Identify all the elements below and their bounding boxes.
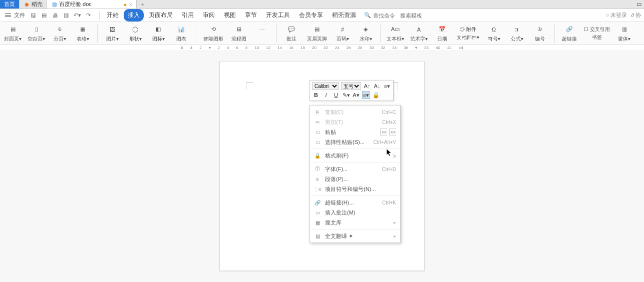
menu-tab-insert[interactable]: 插入 [124,9,144,22]
ribbon-comment[interactable]: 💬批注 [283,24,300,42]
login-status[interactable]: ○ 未登录 [606,12,627,19]
cover-icon: ▤ [8,24,19,34]
shape-icon: ◯ [130,24,141,34]
ribbon-crossref[interactable]: ☐ 交叉引用书签 [584,26,610,41]
submenu-arrow-icon: ▸ [394,234,396,238]
ruler-marker-icon[interactable]: ▾ [415,46,417,50]
tab-doc1[interactable]: ◉ 稻壳 [20,0,47,8]
ctx-hyperlink[interactable]: 🔗超链接(H)...Ctrl+K [310,198,400,208]
ribbon-blank[interactable]: ▯空白页▾ [28,24,45,42]
ribbon-headerfooter[interactable]: ▤页眉页脚 [306,24,328,42]
flowchart-icon: ⊞ [233,24,244,34]
tab-doc2[interactable]: ▧ 百度经验.doc ● × [47,0,137,8]
underline-button[interactable]: U [332,91,340,99]
ribbon-watermark[interactable]: ◈水印▾ [357,24,374,42]
ribbon-date[interactable]: 📅日期 [434,24,451,42]
paste-special-icon: ▭ [314,138,321,146]
ctx-translate[interactable]: ▤全文翻译 ✦▸ [310,231,400,241]
separator [310,196,400,196]
menu-tab-7[interactable]: 开发工具 [262,9,294,22]
grow-font-icon[interactable]: A↑ [363,82,371,90]
tab-home[interactable]: 首页 [0,0,20,8]
shrink-font-icon[interactable]: A↓ [373,82,381,90]
translate-icon: ▤ [314,232,321,240]
font-select[interactable]: Calibri [312,82,339,90]
hamburger-menu[interactable] [3,12,13,19]
ribbon-textbox[interactable]: A▭文本框▾ [387,24,404,42]
template-search-input[interactable] [400,12,440,18]
bold-button[interactable]: B [312,91,320,99]
menu-tab-2[interactable]: 页面布局 [145,9,177,22]
fontsize-select[interactable]: 五号 [341,82,361,90]
ribbon-table[interactable]: ▦表格▾ [74,24,91,42]
menu-tab-4[interactable]: 审阅 [199,9,219,22]
ribbon-attach[interactable]: ◎ 附件文档部件▾ [457,26,479,41]
ribbon-image[interactable]: 🖼图片▾ [104,24,121,42]
ruler[interactable]: 642 ▾ 24681012141618202224262830323436 ▾… [0,45,644,51]
ctx-format-painter[interactable]: 🔒格式刷(F)⇲ [310,150,400,160]
align-icon[interactable]: ≡▾ [362,91,370,99]
ribbon-icon[interactable]: ◧图标▾ [150,24,167,42]
file-icon[interactable]: ▤ [40,12,48,20]
ctx-paste-special[interactable]: ▭选择性粘贴(S)...Ctrl+Alt+V [310,137,400,147]
undo-icon[interactable]: ↶▾ [73,12,81,20]
context-menu: ⎘复制(C)Ctrl+C ✂剪切(T)Ctrl+X ▭粘贴▭▭ ▭选择性粘贴(S… [309,105,401,243]
new-tab-button[interactable]: + [137,0,149,8]
menu-tab-8[interactable]: 会员专享 [295,9,327,22]
ruler-marker-icon[interactable]: ▾ [209,46,211,50]
italic-button[interactable]: I [322,91,330,99]
redo-icon[interactable]: ↷ [84,12,92,20]
fontcolor-icon[interactable]: A▾ [352,91,360,99]
titlebar-extra[interactable]: ▭ [634,0,644,8]
collab-button[interactable]: ∂ 协 [631,12,641,19]
highlight-icon[interactable]: ✎▾ [342,91,350,99]
preview-icon[interactable]: ▥ [62,12,70,20]
save-icon[interactable]: 🖫 [29,12,37,20]
lock-icon[interactable]: 🔒 [372,91,380,99]
ribbon: ▤封面页▾ ▯空白页▾ ⤋分页▾ ▦表格▾ 🖼图片▾ ◯形状▾ ◧图标▾ 📊图表… [0,22,644,45]
ribbon-hyperlink[interactable]: 🔗超链接 [561,24,578,42]
ribbon-pagenum[interactable]: #页码▾ [334,24,351,42]
ribbon-cover[interactable]: ▤封面页▾ [4,24,22,42]
form-icon: ▥ [619,24,630,34]
ribbon-wordart[interactable]: A艺术字▾ [410,24,428,42]
menu-tab-9[interactable]: 稻壳资源 [328,9,360,22]
bullets-icon: ⋮≡ [314,186,321,192]
ctx-copy[interactable]: ⎘复制(C)Ctrl+C [310,107,400,117]
ctx-bullets[interactable]: ⋮≡项目符号和编号(N)... [310,184,400,194]
print-icon[interactable]: 🖶 [51,12,59,20]
paste-option-icon[interactable]: ▭ [380,128,387,136]
ctx-insert-comment[interactable]: ▭插入批注(M) [310,208,400,218]
blank-page-icon: ▯ [31,24,42,34]
paste-option-icon[interactable]: ▭ [389,128,396,136]
list-icon[interactable]: ≡▾ [383,82,391,90]
menu-tab-6[interactable]: 章节 [241,9,261,22]
ribbon-shape[interactable]: ◯形状▾ [127,24,144,42]
ribbon-more[interactable]: ⋯… [253,25,270,42]
file-menu[interactable]: 文件 [14,12,25,19]
textbox-icon: A▭ [390,24,401,34]
ribbon-break[interactable]: ⤋分页▾ [51,24,68,42]
ribbon-chart[interactable]: 📊图表 [173,24,190,42]
date-icon: 📅 [437,24,448,34]
menu-tab-0[interactable]: 开始 [103,9,123,22]
ribbon-number[interactable]: ①编号 [531,24,548,42]
format-painter-aux-icon[interactable]: ⇲ [392,153,396,158]
mini-toolbar: Calibri 五号 A↑ A↓ ≡▾ B I U ✎▾ A▾ ≡▾ 🔒 [309,80,394,101]
ribbon-flowchart[interactable]: ⊞流程图 [230,24,247,42]
command-search-input[interactable] [373,12,398,18]
submenu-arrow-icon: ▸ [394,220,396,225]
ctx-cut[interactable]: ✂剪切(T)Ctrl+X [310,117,400,127]
ribbon-symbol[interactable]: Ω符号▾ [485,24,502,42]
tab-close-icon[interactable]: × [129,2,132,8]
ribbon-equation[interactable]: π公式▾ [508,24,525,42]
menu-tab-3[interactable]: 引用 [178,9,198,22]
menu-tab-5[interactable]: 视图 [220,9,240,22]
ctx-search-lib[interactable]: ▦搜文库▸ [310,218,400,228]
ribbon-smartart[interactable]: ⟲智能图形 [202,24,224,42]
ribbon-form[interactable]: ▥窗体▾ [616,24,633,42]
page-break-icon: ⤋ [54,24,65,34]
ctx-paragraph[interactable]: ≡段落(P)... [310,174,400,184]
ctx-font[interactable]: Ⓣ字体(F)...Ctrl+D [310,164,400,174]
ctx-paste[interactable]: ▭粘贴▭▭ [310,127,400,137]
